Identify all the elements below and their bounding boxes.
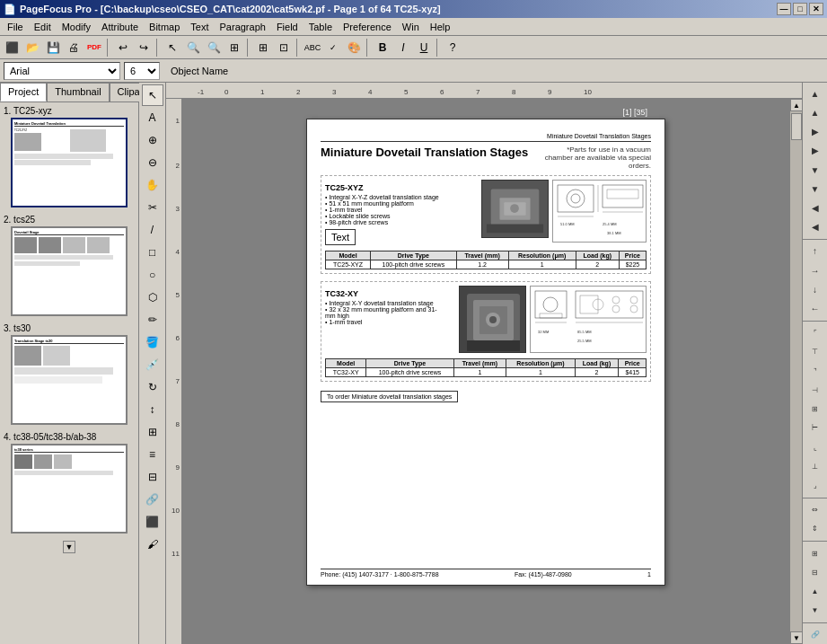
eyedropper-tool[interactable]: 💉: [142, 354, 163, 375]
tb-grid[interactable]: ⊞: [253, 38, 273, 57]
tb-undo[interactable]: ↩: [113, 38, 133, 57]
thumb-image-3[interactable]: Translation Stage ts30: [11, 335, 128, 425]
tb-open[interactable]: 📂: [22, 38, 42, 57]
line-tool[interactable]: /: [142, 219, 163, 241]
crop-tool[interactable]: ✂: [142, 197, 163, 218]
tb-underline[interactable]: U: [414, 38, 434, 57]
text-tool[interactable]: A: [142, 107, 163, 128]
page-thumb-4[interactable]: 4. tc38-05/tc38-b/ab-38 tc38 series: [4, 432, 135, 534]
tb-snap[interactable]: ⊡: [274, 38, 294, 57]
dist-tool[interactable]: ⊟: [142, 466, 163, 488]
tb-bold[interactable]: B: [373, 38, 392, 57]
vertical-scrollbar[interactable]: ▲ ▼: [789, 99, 802, 644]
rt-align-tl[interactable]: ⌜: [805, 324, 825, 342]
rt-btn-11[interactable]: ↓: [805, 280, 825, 298]
rt-ungroup[interactable]: ⊟: [805, 563, 825, 581]
zoom-tool[interactable]: ⊕: [142, 129, 163, 151]
scroll-down-button[interactable]: ▼: [790, 631, 802, 644]
rect-tool[interactable]: □: [142, 242, 163, 263]
page-thumb-1[interactable]: 1. TC25-xyz Miniature Dovetail Translati…: [4, 106, 135, 207]
tb-new[interactable]: ⬛: [2, 38, 22, 57]
tb-save[interactable]: 💾: [43, 38, 63, 57]
tb-pdf[interactable]: PDF: [84, 38, 104, 57]
menu-item-help[interactable]: Help: [425, 20, 456, 34]
tb-zoom-in[interactable]: 🔍: [183, 38, 203, 57]
rt-align-br[interactable]: ⌟: [805, 477, 825, 495]
rt-align-tc[interactable]: ⊤: [805, 343, 825, 361]
rt-btn-1[interactable]: ▲: [805, 84, 825, 102]
thumb-image-4[interactable]: tc38 series: [11, 444, 128, 534]
move-tool[interactable]: ✋: [142, 174, 163, 196]
fill-tool[interactable]: 🪣: [142, 331, 163, 353]
rt-btn-3[interactable]: ▶: [805, 122, 825, 140]
menu-item-preference[interactable]: Preference: [338, 20, 397, 34]
rt-btn-8[interactable]: ◀: [805, 218, 825, 236]
page-thumb-2[interactable]: 2. tcs25 Dovetail Stage: [4, 215, 135, 316]
menu-item-bitmap[interactable]: Bitmap: [144, 20, 185, 34]
rt-dist-h[interactable]: ⇔: [805, 501, 825, 519]
rt-btn-2[interactable]: ▲: [805, 103, 825, 121]
minimize-button[interactable]: —: [777, 3, 791, 15]
close-button[interactable]: ✕: [809, 3, 823, 15]
tab-project[interactable]: Project: [0, 83, 47, 101]
menu-item-edit[interactable]: Edit: [29, 20, 57, 34]
select-tool[interactable]: ↖: [142, 84, 163, 106]
tab-thumbnail[interactable]: Thumbnail: [47, 83, 109, 101]
scroll-up-button[interactable]: ▲: [790, 99, 802, 111]
tb-zoom-out[interactable]: 🔍: [204, 38, 224, 57]
scroll-track[interactable]: [790, 111, 802, 631]
rt-btn-4[interactable]: ▶: [805, 142, 825, 160]
link-tool[interactable]: 🔗: [142, 489, 163, 510]
thumb-image-1[interactable]: Miniature Dovetail Translation TC25-XYZ: [11, 118, 128, 207]
rt-btn-7[interactable]: ◀: [805, 198, 825, 216]
page-canvas[interactable]: [1] [35] Miniature Dovetail Translation …: [182, 99, 789, 644]
stamp-tool[interactable]: ⬛: [142, 511, 163, 533]
menu-item-field[interactable]: Field: [271, 20, 304, 34]
rt-align-mc[interactable]: ⊞: [805, 401, 825, 419]
menu-item-modify[interactable]: Modify: [57, 20, 96, 34]
rt-align-bc[interactable]: ⊥: [805, 457, 825, 475]
grid-tool[interactable]: ⊞: [142, 421, 163, 443]
rt-btn-10[interactable]: →: [805, 261, 825, 279]
menu-item-attribute[interactable]: Attribute: [96, 20, 144, 34]
size-selector[interactable]: 6: [124, 62, 160, 80]
tb-cursor[interactable]: ↖: [163, 38, 182, 57]
rotate-tool[interactable]: ↻: [142, 376, 163, 398]
rt-align-bl[interactable]: ⌞: [805, 438, 825, 456]
font-selector[interactable]: Arial: [4, 62, 120, 80]
rt-link[interactable]: 🔗: [805, 626, 825, 644]
tb-help[interactable]: ?: [443, 38, 462, 57]
rt-group[interactable]: ⊞: [805, 544, 825, 562]
tb-color[interactable]: 🎨: [344, 38, 364, 57]
maximize-button[interactable]: □: [793, 3, 807, 15]
tb-fit[interactable]: ⊞: [224, 38, 244, 57]
tb-print[interactable]: 🖨: [64, 38, 84, 57]
menu-item-file[interactable]: File: [2, 20, 29, 34]
menu-item-paragraph[interactable]: Paragraph: [215, 20, 271, 34]
rt-btn-6[interactable]: ▼: [805, 180, 825, 198]
rt-align-ml[interactable]: ⊣: [805, 381, 825, 399]
rt-dist-v[interactable]: ⇕: [805, 520, 825, 538]
poly-tool[interactable]: ⬡: [142, 287, 163, 308]
pencil-tool[interactable]: ✏: [142, 309, 163, 331]
rt-back[interactable]: ▼: [805, 602, 825, 620]
page-thumb-3[interactable]: 3. ts30 Translation Stage ts30: [4, 323, 135, 425]
tb-redo[interactable]: ↪: [134, 38, 154, 57]
panel-scroll-down[interactable]: ▼: [4, 541, 135, 553]
brush-tool[interactable]: 🖌: [142, 534, 163, 555]
rt-align-tr[interactable]: ⌝: [805, 362, 825, 380]
thumb-image-2[interactable]: Dovetail Stage: [11, 226, 128, 316]
scroll-thumb[interactable]: [791, 113, 802, 140]
menu-item-text[interactable]: Text: [185, 20, 214, 34]
menu-item-win[interactable]: Win: [397, 20, 425, 34]
align-tool[interactable]: ≡: [142, 444, 163, 465]
menu-item-table[interactable]: Table: [304, 20, 338, 34]
rt-align-mr[interactable]: ⊢: [805, 419, 825, 437]
tb-italic[interactable]: I: [393, 38, 413, 57]
zoom-out-tool[interactable]: ⊖: [142, 152, 163, 173]
rt-front[interactable]: ▲: [805, 582, 825, 600]
tb-spell[interactable]: ABC: [303, 38, 322, 57]
rt-btn-12[interactable]: ←: [805, 299, 825, 317]
rt-btn-5[interactable]: ▼: [805, 161, 825, 179]
tb-spellcheck[interactable]: ✓: [323, 38, 343, 57]
